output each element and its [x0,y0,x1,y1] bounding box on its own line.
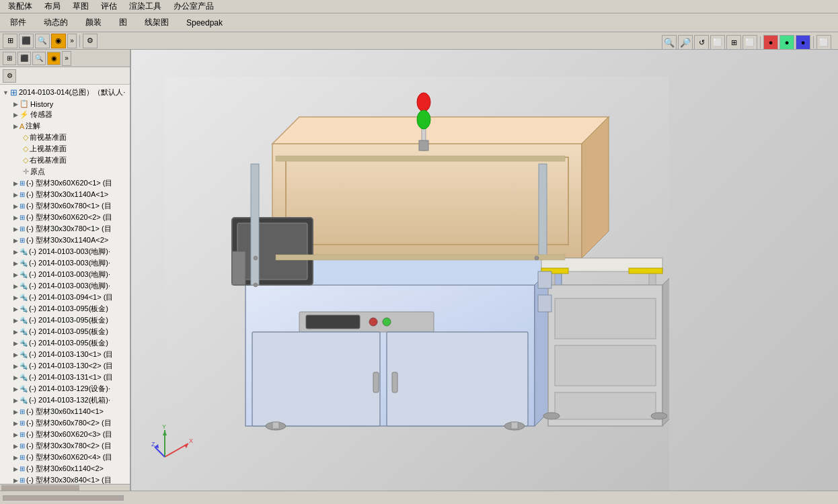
tree-root-node[interactable]: ▼ ⊞ 2014-0103-014(总图）（默认人· [0,86,130,99]
subasm-label-2: (-) 2014-0103-003(地脚)· [29,269,110,280]
subasm-icon-4: 🔩 [20,294,28,301]
svg-text:Z: Z [151,441,155,448]
tb-settings[interactable]: ⚙ [83,34,98,48]
menu-layout[interactable]: 布局 [39,0,66,13]
list-item[interactable]: ▶ ⊞ (-) 型材30x30x840<1> (目 [11,474,130,484]
tab-wireframe[interactable]: 线架图 [137,14,176,31]
tb-more[interactable]: » [67,34,77,48]
panel-settings-icon[interactable]: ⚙ [3,69,16,83]
origin-icon: ✛ [23,167,29,176]
list-item[interactable]: ▶ ⊞ (-) 型材30x30x1140A<2> [11,235,130,246]
tab-dynamic[interactable]: 动态的 [36,14,75,31]
origin-item[interactable]: ✛ 原点 [11,166,130,177]
panel-more[interactable]: » [62,51,71,66]
feature-tree[interactable]: ▼ ⊞ 2014-0103-014(总图）（默认人· ▶ 📋 History ▶… [0,85,130,484]
list-item[interactable]: ▶ ⊞ (-) 型材30x60x1140<1> [11,406,130,417]
svg-rect-38 [511,422,518,429]
view-box-btn[interactable]: ⬜ [710,35,725,50]
list-item[interactable]: ▶ 🔩 (-) 2014-0103-095(板金) [11,303,130,314]
panel-icon-color[interactable]: ◉ [47,52,61,65]
list-item[interactable]: ▶ 🔩 (-) 2014-0103-094<1> (目 [11,292,130,303]
sensors-item[interactable]: ▶ ⚡ 传感器 [11,109,130,120]
hscroll-thumb[interactable] [1,485,79,491]
view-options[interactable]: ⬜ [816,35,831,50]
menu-office-products[interactable]: 办公室产品 [168,0,219,13]
separator-r2 [813,36,814,48]
svg-text:X: X [189,437,193,444]
list-item[interactable]: ▶ 🔩 (-) 2014-0103-129(设备)· [11,383,130,394]
subasm-label-8: (-) 2014-0103-095(板金) [29,338,108,348]
list-item[interactable]: ▶ ⊞ (-) 型材30x60x780<2> (目 [11,417,130,429]
subasm-icon-13: 🔩 [20,396,28,404]
part-label-p1: (-) 型材30x60x1140<1> [26,407,104,417]
svg-point-40 [651,413,667,419]
view-shade-btn[interactable]: ⬜ [742,35,757,50]
view-color3[interactable]: ● [796,35,810,50]
list-item[interactable]: ▶ ⊞ (-) 型材30x30x1140A<1> [11,189,130,200]
list-item[interactable]: ▶ 🔩 (-) 2014-0103-003(地脚)· [11,269,130,280]
tb-icon-1[interactable]: ⊞ [3,34,17,48]
tab-parts[interactable]: 部件 [3,14,34,31]
list-item[interactable]: ▶ ⊞ (-) 型材30x60X620<1> (目 [11,177,130,189]
panel-icon-grid[interactable]: ⊞ [3,52,16,65]
list-item[interactable]: ▶ ⊞ (-) 型材30x30x780<1> (目 [11,223,130,235]
svg-rect-30 [539,164,547,258]
svg-rect-9 [237,223,307,280]
list-item[interactable]: ▶ ⊞ (-) 型材30x60X620<4> (目 [11,452,130,463]
history-icon: 📋 [20,99,29,108]
list-item[interactable]: ▶ 🔩 (-) 2014-0103-003(地脚)· [11,280,130,292]
list-item[interactable]: ▶ 🔩 (-) 2014-0103-130<1> (目 [11,349,130,360]
svg-rect-12 [306,315,360,329]
list-item[interactable]: ▶ ⊞ (-) 型材30x60X620<3> (目 [11,429,130,440]
menu-sketch[interactable]: 草图 [67,0,94,13]
list-item[interactable]: ▶ ⊞ (-) 型材30x60x1140<2> [11,463,130,474]
list-item[interactable]: ▶ 🔩 (-) 2014-0103-131<1> (目 [11,372,130,383]
menu-assemble[interactable]: 装配体 [3,0,38,13]
top-plane-item[interactable]: ◇ 上视基准面 [11,143,130,155]
list-item[interactable]: ▶ ⊞ (-) 型材30x60X620<2> (目 [11,212,130,223]
menu-render-tools[interactable]: 渲染工具 [124,0,167,13]
svg-rect-16 [387,332,528,426]
list-item[interactable]: ▶ ⊞ (-) 型材30x60x780<1> (目 [11,200,130,212]
panel-icon-square[interactable]: ⬛ [17,52,31,65]
list-item[interactable]: ▶ 🔩 (-) 2014-0103-003(地脚)· [11,257,130,269]
root-label: 2014-0103-014(总图）（默认人· [19,87,125,97]
view-color1[interactable]: ● [763,35,778,50]
front-plane-item[interactable]: ◇ 前视基准面 [11,132,130,143]
3d-viewport[interactable]: X Y Z [131,50,838,491]
list-item[interactable]: ▶ ⊞ (-) 型材30x30x780<2> (目 [11,440,130,452]
part-label-p4: (-) 型材30x30x780<2> (目 [26,441,112,451]
svg-rect-44 [538,295,551,312]
menu-evaluate[interactable]: 评估 [96,0,122,13]
list-item[interactable]: ▶ 🔩 (-) 2014-0103-095(板金) [11,337,130,349]
tb-icon-3[interactable]: 🔍 [35,34,50,48]
tab-diagram[interactable]: 图 [112,14,135,31]
panel-icon-search[interactable]: 🔍 [32,52,46,65]
hscroll-bar[interactable] [3,495,124,501]
svg-marker-28 [662,271,669,426]
svg-rect-29 [251,164,259,285]
panel-hscroll[interactable] [0,484,130,491]
list-item[interactable]: ▶ 🔩 (-) 2014-0103-095(板金) [11,314,130,326]
rotate-btn[interactable]: ↺ [694,35,709,50]
list-item[interactable]: ▶ 🔩 (-) 2014-0103-132(机箱)· [11,394,130,406]
list-item[interactable]: ▶ 🔩 (-) 2014-0103-130<2> (目 [11,360,130,372]
tab-render[interactable]: 颜装 [78,14,109,31]
zoom-in-btn[interactable]: 🔍 [662,35,677,50]
zoom-out-btn[interactable]: 🔎 [678,35,693,50]
history-item[interactable]: ▶ 📋 History [11,99,130,109]
tb-icon-4[interactable]: ◉ [51,34,66,48]
svg-rect-25 [555,298,656,339]
right-plane-item[interactable]: ◇ 右视基准面 [11,155,130,166]
part-label-p7: (-) 型材30x30x840<1> (目 [26,475,112,484]
svg-point-46 [254,283,258,287]
list-item[interactable]: ▶ 🔩 (-) 2014-0103-003(地脚)· [11,246,130,257]
front-plane-icon: ◇ [23,133,28,142]
tab-speedpak[interactable]: Speedpak [179,15,230,30]
view-grid-btn[interactable]: ⊞ [726,35,741,50]
annotation-icon: A [20,122,24,130]
list-item[interactable]: ▶ 🔩 (-) 2014-0103-095(板金) [11,326,130,337]
view-color2[interactable]: ● [779,35,794,50]
tb-icon-2[interactable]: ⬛ [19,34,34,48]
annotation-item[interactable]: ▶ A 注解 [11,120,130,132]
